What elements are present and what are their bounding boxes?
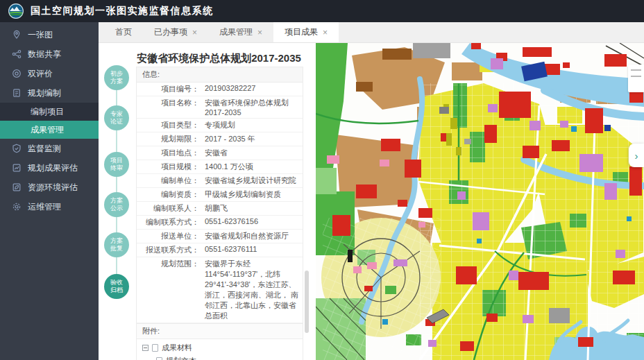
step-label: 验收归档 — [109, 279, 124, 295]
sidebar-item-plan-compile[interactable]: 规划编制 — [0, 83, 99, 103]
info-section-header: 信息: — [137, 67, 303, 83]
attachments-section-header: 附件: — [137, 323, 303, 339]
info-row-value: 安徽省城乡规划设计研究院 — [203, 174, 303, 187]
step-1[interactable]: 初步方案 — [104, 65, 129, 90]
info-row-label: 编制联系方式： — [137, 216, 203, 229]
info-row-label: 项目名称： — [137, 96, 203, 110]
sidebar-item-plan-achievement-eval[interactable]: 规划成果评估 — [0, 158, 99, 178]
step-6[interactable]: 验收归档 — [104, 274, 129, 299]
step-2[interactable]: 专家论证 — [104, 105, 129, 130]
info-row: 项目规模：1400.1 万公顷 — [137, 160, 303, 174]
tab-3[interactable]: 成果管理× — [208, 22, 273, 42]
project-info-table: 信息: 项目编号：201903282227项目名称：安徽省环境保护总体规划201… — [136, 67, 303, 360]
info-row-value: 安徽界于东经114°54'-119°37'，北纬29°41'-34°38'，东连… — [203, 257, 303, 323]
map-pin-icon — [12, 30, 22, 40]
shield-icon — [12, 144, 22, 153]
info-row: 编制单位：安徽省城乡规划设计研究院 — [137, 174, 303, 188]
app-logo-icon — [8, 3, 24, 19]
info-row-value: 2017 - 2035 年 — [203, 132, 303, 146]
sidebar-item-label: 双评价 — [28, 68, 53, 80]
info-row-value: 1400.1 万公顷 — [203, 160, 303, 173]
app-title: 国土空间规划一张图实施监督信息系统 — [31, 5, 214, 17]
info-row: 项目地点：安徽省 — [137, 146, 303, 160]
step-label: 方案公示 — [109, 197, 124, 213]
step-label: 初步方案 — [109, 70, 124, 86]
info-row-value: 安徽省环境保护总体规划2017-2035 — [203, 96, 303, 118]
sidebar-item-resource-env-eval[interactable]: 资源环境评估 — [0, 178, 99, 197]
project-title: 安徽省环境保护总体规划2017-2035 — [133, 52, 305, 65]
info-row: 规划期限：2017 - 2035 年 — [137, 132, 303, 146]
tab-close-icon[interactable]: × — [323, 28, 328, 37]
attachment-item[interactable]: 规划文本 — [141, 354, 298, 360]
info-row-label: 报送单位： — [137, 230, 203, 243]
tab-2[interactable]: 已办事项× — [143, 22, 208, 42]
info-row: 项目编号：201903282227 — [137, 83, 303, 96]
step-4[interactable]: 方案公示 — [104, 192, 129, 217]
panel-scrollbar-thumb[interactable] — [305, 271, 309, 333]
info-row: 报送单位：安徽省规划和自然资源厅 — [137, 230, 303, 243]
sidebar-subitem-compile-projects[interactable]: 编制项目 — [0, 103, 99, 121]
sidebar-item-label: 资源环境评估 — [28, 182, 78, 194]
info-row-value: 0551-62376111 — [203, 243, 303, 255]
sidebar-item-supervision[interactable]: 监督监测 — [0, 139, 99, 158]
collapse-icon[interactable] — [142, 345, 149, 351]
collapsed-panel-line — [631, 69, 641, 71]
info-row-label: 编制联系人： — [137, 202, 203, 215]
share-icon — [12, 49, 22, 59]
sidebar-item-ops-mgmt[interactable]: 运维管理 — [0, 197, 99, 216]
map-panel[interactable]: › — [316, 43, 644, 360]
attachment-label: 规划文本 — [166, 356, 196, 360]
sidebar-item-dual-eval[interactable]: 双评价 — [0, 64, 99, 83]
app-window: 国土空间规划一张图实施监督信息系统 一张图数据共享双评价规划编制编制项目成果管理… — [0, 0, 644, 360]
step-5[interactable]: 方案批复 — [104, 232, 129, 257]
info-row: 编制联系人：胡鹏飞 — [137, 202, 303, 216]
collapsed-map-panel[interactable] — [628, 65, 644, 92]
info-row-label: 报送联系方式： — [137, 243, 203, 257]
panel-expand-button[interactable]: › — [629, 144, 644, 167]
info-row-value: 安徽省规划和自然资源厅 — [203, 230, 303, 243]
info-row-label: 编制资质： — [137, 188, 203, 201]
app-header: 国土空间规划一张图实施监督信息系统 — [0, 0, 644, 22]
sidebar-submenu: 编制项目成果管理 — [0, 103, 99, 139]
project-info: 信息: 项目编号：201903282227项目名称：安徽省环境保护总体规划201… — [136, 67, 303, 360]
tab-close-icon[interactable]: × — [257, 28, 262, 37]
sidebar-subitem-achievement-mgmt[interactable]: 成果管理 — [0, 121, 99, 139]
info-row-value: 0551-62376156 — [203, 216, 303, 227]
sidebar-item-label: 一张图 — [28, 29, 53, 41]
info-row-value: 甲级城乡规划编制资质 — [203, 188, 303, 201]
attachment-item[interactable]: 成果材料 — [141, 341, 298, 354]
project-detail-panel: 安徽省环境保护总体规划2017-2035 初步方案专家论证项目终审方案公示方案批… — [99, 43, 316, 360]
sidebar-item-label: 监督监测 — [28, 143, 61, 155]
landuse-map-svg — [316, 43, 644, 360]
tab-label: 首页 — [115, 26, 132, 38]
step-label: 方案批复 — [109, 237, 124, 253]
step-3[interactable]: 项目终审 — [104, 152, 129, 177]
tab-bar: 首页已办事项×成果管理×项目成果× — [99, 22, 644, 43]
sidebar-item-data-share[interactable]: 数据共享 — [0, 44, 99, 64]
tab-4[interactable]: 项目成果× — [273, 22, 339, 42]
info-row-label: 规划期限： — [137, 132, 203, 146]
info-row-value: 专项规划 — [203, 119, 303, 132]
info-row: 报送联系方式：0551-62376111 — [137, 243, 303, 257]
info-row: 项目名称：安徽省环境保护总体规划2017-2035 — [137, 96, 303, 119]
step-label: 项目终审 — [109, 157, 124, 173]
sidebar-item-label: 规划成果评估 — [28, 162, 78, 174]
folder-icon — [152, 344, 158, 352]
sidebar-item-label: 规划编制 — [28, 87, 61, 99]
info-row-value: 安徽省 — [203, 146, 303, 160]
info-row-value: 胡鹏飞 — [203, 202, 303, 215]
sidebar-item-one-map[interactable]: 一张图 — [0, 25, 99, 44]
attachments-tree: 成果材料规划文本规划图纸规划用地区位图空间结构规划图规划用地现状图三区三线规划图… — [137, 339, 303, 360]
info-row-label: 编制单位： — [137, 174, 203, 187]
tab-label: 已办事项 — [154, 26, 187, 38]
info-row-label: 项目地点： — [137, 146, 203, 160]
tab-close-icon[interactable]: × — [192, 28, 197, 37]
info-row: 编制资质：甲级城乡规划编制资质 — [137, 188, 303, 202]
tab-1[interactable]: 首页 — [104, 22, 143, 42]
info-row-label: 项目规模： — [137, 160, 203, 173]
step-label: 专家论证 — [109, 110, 124, 126]
info-row-value: 201903282227 — [203, 83, 303, 94]
tab-label: 项目成果 — [285, 26, 318, 38]
content-area: 安徽省环境保护总体规划2017-2035 初步方案专家论证项目终审方案公示方案批… — [99, 43, 644, 360]
info-row-label: 项目编号： — [137, 83, 203, 96]
